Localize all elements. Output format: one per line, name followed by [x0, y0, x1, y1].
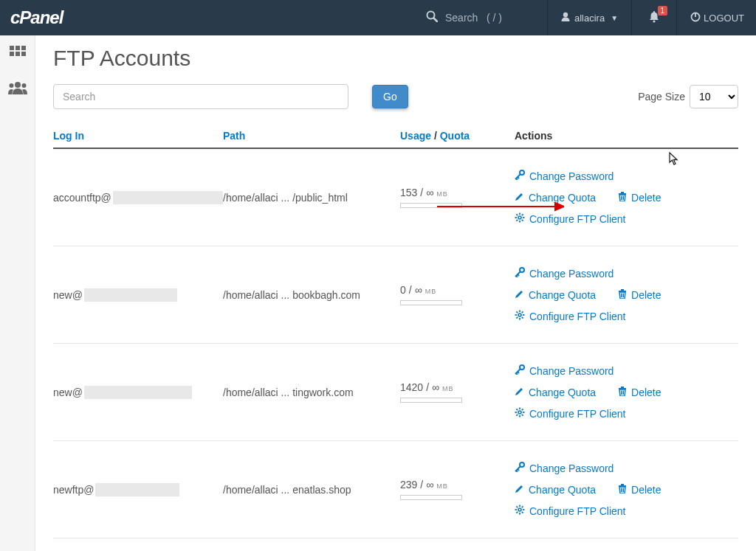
user-menu[interactable]: allacira ▼ [561, 12, 618, 24]
username-label: allacira [574, 13, 605, 24]
delete-link[interactable]: Delete [618, 386, 661, 398]
svg-rect-20 [621, 192, 624, 193]
svg-line-67 [522, 409, 523, 410]
page-size-control: Page Size 10 [638, 85, 738, 108]
column-usage-quota[interactable]: Usage / Quota [400, 130, 515, 142]
page-size-label: Page Size [638, 91, 685, 103]
svg-line-71 [516, 471, 518, 472]
svg-rect-11 [21, 52, 26, 56]
table-row: newftp@/home/allaci ... enatlas.shop239/… [53, 441, 738, 538]
svg-rect-7 [16, 46, 20, 50]
svg-rect-38 [621, 289, 624, 291]
trash-icon [618, 191, 627, 204]
svg-line-54 [518, 372, 519, 373]
table-header: Log In Path Usage / Quota Actions [53, 130, 738, 149]
svg-line-31 [522, 214, 523, 215]
svg-line-53 [516, 373, 518, 375]
path-cell: /home/allaci ... tingwork.com [223, 387, 400, 398]
pencil-icon [515, 387, 524, 398]
svg-point-12 [15, 82, 21, 88]
delete-link[interactable]: Delete [618, 483, 661, 496]
trash-icon [618, 386, 627, 398]
redacted-mask [113, 191, 223, 204]
search-input[interactable] [53, 84, 348, 109]
svg-rect-5 [695, 13, 696, 17]
change-quota-link[interactable]: Change Quota [515, 484, 596, 496]
configure-ftp-link[interactable]: Configure FTP Client [515, 505, 625, 517]
svg-line-65 [516, 409, 518, 410]
page-title: FTP Accounts [53, 46, 738, 71]
pencil-icon [515, 289, 524, 301]
svg-rect-6 [10, 46, 14, 50]
change-password-link[interactable]: Change Password [515, 267, 614, 280]
path-cell: /home/allaci ... bookbagh.com [223, 289, 400, 301]
change-password-link[interactable]: Change Password [515, 170, 614, 182]
divider [676, 0, 677, 35]
global-search-input[interactable] [445, 12, 534, 24]
change-quota-link[interactable]: Change Quota [515, 289, 596, 301]
redacted-mask [84, 386, 192, 399]
svg-rect-74 [621, 484, 624, 485]
svg-line-32 [516, 220, 518, 221]
gear-icon [515, 505, 525, 517]
svg-point-3 [653, 20, 655, 22]
global-search[interactable] [426, 10, 534, 25]
logout-button[interactable]: LOGOUT [690, 12, 744, 24]
path-cell: /home/allaci ... /public_html [223, 192, 400, 204]
user-icon [561, 12, 570, 24]
usage-meter [400, 495, 462, 500]
usage-cell: 239/∞MB [400, 479, 515, 500]
apps-grid-icon[interactable] [10, 46, 26, 66]
svg-point-2 [563, 13, 568, 17]
column-login[interactable]: Log In [53, 130, 223, 142]
usage-cell: 0/∞MB [400, 284, 515, 305]
svg-line-66 [522, 415, 523, 416]
change-quota-link[interactable]: Change Quota [515, 387, 596, 398]
svg-point-13 [9, 83, 13, 88]
key-icon [515, 364, 525, 377]
key-icon [515, 170, 525, 182]
divider [631, 0, 632, 35]
svg-point-24 [518, 216, 521, 219]
column-path[interactable]: Path [223, 130, 400, 142]
users-icon[interactable] [8, 80, 27, 99]
key-icon [515, 267, 525, 280]
pencil-icon [515, 192, 524, 204]
svg-line-18 [518, 177, 519, 179]
redacted-mask [95, 483, 179, 496]
login-cell: new@ [53, 288, 223, 302]
svg-line-68 [516, 415, 518, 416]
configure-ftp-link[interactable]: Configure FTP Client [515, 407, 625, 420]
change-quota-link[interactable]: Change Quota [515, 192, 596, 204]
page-size-select[interactable]: 10 [690, 85, 738, 108]
login-cell: newftp@ [53, 483, 223, 496]
table-row: new@/home/allaci ... bookbagh.com0/∞MBCh… [53, 246, 738, 344]
configure-ftp-link[interactable]: Configure FTP Client [515, 310, 625, 322]
notifications-button[interactable]: 1 [645, 10, 663, 26]
gear-icon [515, 407, 525, 420]
path-cell: /home/allaci ... enatlas.shop [223, 484, 400, 496]
svg-rect-56 [621, 387, 624, 388]
delete-link[interactable]: Delete [618, 288, 661, 301]
cpanel-logo[interactable]: cPanel [10, 7, 63, 28]
trash-icon [618, 483, 627, 496]
change-password-link[interactable]: Change Password [515, 364, 614, 377]
usage-cell: 153/∞MB [400, 187, 515, 208]
main-content: FTP Accounts Go Page Size 10 Log In Path… [35, 35, 756, 551]
svg-rect-8 [21, 46, 26, 50]
login-cell: new@ [53, 386, 223, 399]
search-icon [426, 10, 438, 25]
actions-cell: Change PasswordChange QuotaDeleteConfigu… [515, 267, 738, 322]
change-password-link[interactable]: Change Password [515, 462, 614, 474]
notification-badge: 1 [658, 6, 668, 15]
go-button[interactable]: Go [372, 85, 408, 108]
login-cell: accountftp@ [53, 191, 223, 204]
svg-point-78 [518, 508, 521, 511]
left-sidebar [0, 35, 35, 551]
delete-link[interactable]: Delete [618, 191, 661, 204]
svg-line-47 [516, 311, 518, 313]
svg-line-36 [518, 274, 519, 276]
svg-line-50 [516, 317, 518, 319]
divider [547, 0, 548, 35]
configure-ftp-link[interactable]: Configure FTP Client [515, 212, 625, 225]
